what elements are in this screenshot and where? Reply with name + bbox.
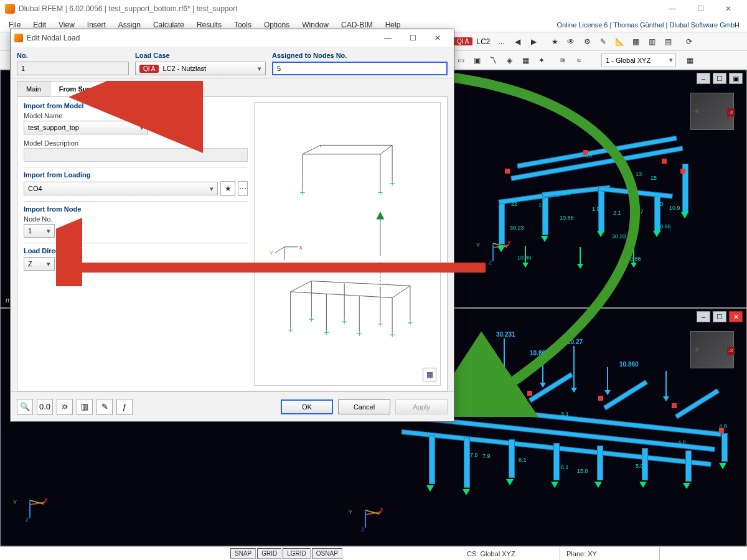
tool-icon[interactable]: ≈	[571, 53, 586, 68]
next-loadcase-button[interactable]: ▶	[526, 34, 541, 49]
dialog-tabs: Main From Support Reaction	[11, 78, 454, 96]
cancel-button[interactable]: Cancel	[338, 399, 390, 414]
units-icon[interactable]: 0.0	[37, 399, 53, 415]
dialog-edit-nodal-load: Edit Nodal Load — ☐ ✕ No. Load Case QI A…	[10, 29, 454, 422]
tab-from-support-reaction[interactable]: From Support Reaction	[50, 81, 144, 96]
section-import-model: Import from Model	[24, 102, 248, 110]
model-desc-field	[24, 148, 248, 162]
help-icon[interactable]: 🔍	[17, 399, 33, 415]
tool-icon[interactable]: ▤	[660, 34, 675, 49]
tool-icon[interactable]: ◈	[502, 53, 517, 68]
viewport-maximize-button[interactable]: ☐	[713, 73, 726, 84]
window-close-button[interactable]: ✕	[715, 1, 742, 16]
navcube-y-label: -Y	[693, 347, 699, 353]
tool-icon[interactable]: ▭	[453, 53, 468, 68]
snap-toggle[interactable]: SNAP	[230, 548, 256, 559]
license-info: Online License 6 | Thomas Günthel | Dlub…	[557, 21, 745, 29]
loadcase-text: LC2	[474, 37, 492, 46]
lgrid-toggle[interactable]: LGRID	[283, 548, 311, 559]
window-title: Dlubal RFEM | 6.02.0056 | test_support_b…	[19, 4, 238, 13]
coord-system-select[interactable]: 1 - Global XYZ	[601, 54, 676, 67]
script-icon[interactable]: ƒ	[116, 399, 133, 415]
dialog-close-button[interactable]: ✕	[425, 31, 450, 45]
viewport-minimize-button[interactable]: –	[697, 73, 710, 84]
status-bar: SNAP GRID LGRID OSNAP CS: Global XYZ Pla…	[0, 546, 747, 560]
svg-text:X: X	[299, 245, 303, 251]
tool-icon[interactable]: ≋	[555, 53, 570, 68]
svg-text:Z: Z	[280, 262, 284, 268]
navcube[interactable]: -Y -X	[690, 93, 734, 130]
window-titlebar: Dlubal RFEM | 6.02.0056 | test_support_b…	[0, 0, 747, 17]
viewport-minimize-button[interactable]: –	[697, 311, 710, 322]
ok-button[interactable]: OK	[281, 399, 333, 414]
viewport-close-button[interactable]: ✕	[729, 311, 743, 322]
grid-icon[interactable]: ▦	[628, 34, 643, 49]
load-direction-select[interactable]: Z	[24, 257, 55, 271]
window-minimize-button[interactable]: —	[659, 1, 686, 16]
dialog-titlebar[interactable]: Edit Nodal Load — ☐ ✕	[11, 29, 454, 47]
section-import-node: Import from Node	[24, 205, 248, 213]
navcube-y-label: -Y	[693, 108, 699, 114]
model-desc-label: Model Description	[24, 139, 248, 147]
node-no-select[interactable]: 1	[24, 224, 55, 238]
tool-icon[interactable]: ▥	[77, 399, 93, 415]
tool-icon[interactable]: ⛭	[57, 399, 73, 415]
section-load-direction: Load Direction	[24, 247, 248, 254]
filter-icon[interactable]: ★	[547, 34, 562, 49]
tool-icon[interactable]: ▥	[644, 34, 659, 49]
model-name-select[interactable]: test_support_top	[24, 121, 148, 134]
osnap-toggle[interactable]: OSNAP	[312, 548, 342, 559]
loadcase-dropdown-button[interactable]: ...	[494, 34, 509, 49]
loadcase-select[interactable]: QI A LC2 - Nutzlast	[135, 62, 266, 75]
tool-icon[interactable]: 📐	[612, 34, 627, 49]
dialog-icon	[14, 34, 23, 42]
dialog-preview: X Y Z ▦	[254, 102, 441, 386]
tool-icon[interactable]: ▦	[518, 53, 533, 68]
apply-button[interactable]: Apply	[395, 399, 448, 414]
no-input[interactable]	[17, 62, 129, 75]
loading-expand-icon[interactable]: ⋯	[238, 181, 248, 196]
tool-icon[interactable]: ✦	[534, 53, 549, 68]
loadcase-label: Load Case	[135, 52, 266, 59]
navcube-x-label: -X	[727, 347, 735, 355]
visibility-icon[interactable]: 👁	[563, 34, 578, 49]
tool-icon[interactable]: ✎	[596, 34, 611, 49]
tool-icon[interactable]: ✎	[96, 399, 113, 415]
status-cs: CS: Global XYZ	[461, 547, 560, 560]
viewport-restore-button[interactable]: ▣	[729, 73, 743, 84]
viewport-maximize-button[interactable]: ☐	[713, 311, 726, 322]
loading-pick-icon[interactable]: ★	[220, 181, 235, 196]
grid-toggle[interactable]: GRID	[257, 548, 281, 559]
window-maximize-button[interactable]: ☐	[687, 1, 714, 16]
layers-icon[interactable]: ▦	[682, 53, 697, 68]
loadcase-badge: QI A	[453, 37, 472, 45]
loading-select[interactable]: CO4	[24, 182, 218, 195]
status-plane: Plane: XY	[560, 547, 660, 560]
tool-icon[interactable]: ▣	[469, 53, 484, 68]
node-no-label: Node No.	[24, 215, 248, 223]
navcube-x-label: -X	[727, 108, 735, 117]
dialog-maximize-button[interactable]: ☐	[400, 31, 425, 45]
model-name-label: Model Name	[24, 112, 248, 119]
dialog-minimize-button[interactable]: —	[375, 31, 400, 45]
assigned-nodes-input[interactable]	[272, 62, 448, 75]
no-label: No.	[17, 52, 129, 59]
assigned-label: Assigned to Nodes No.	[272, 52, 448, 59]
chart-icon[interactable]: 〽	[486, 53, 500, 68]
tab-main[interactable]: Main	[17, 81, 50, 96]
dialog-title-text: Edit Nodal Load	[27, 34, 80, 42]
refresh-icon[interactable]: ⟳	[682, 34, 697, 49]
svg-text:Y: Y	[270, 250, 273, 256]
app-logo-icon	[5, 4, 15, 14]
section-import-loading: Import from Loading	[24, 171, 248, 179]
navcube[interactable]: -Y -X	[690, 331, 734, 368]
tool-icon[interactable]: ⚙	[580, 34, 594, 49]
prev-loadcase-button[interactable]: ◀	[510, 34, 525, 49]
svg-line-3	[275, 247, 284, 253]
preview-settings-icon[interactable]: ▦	[423, 368, 436, 381]
